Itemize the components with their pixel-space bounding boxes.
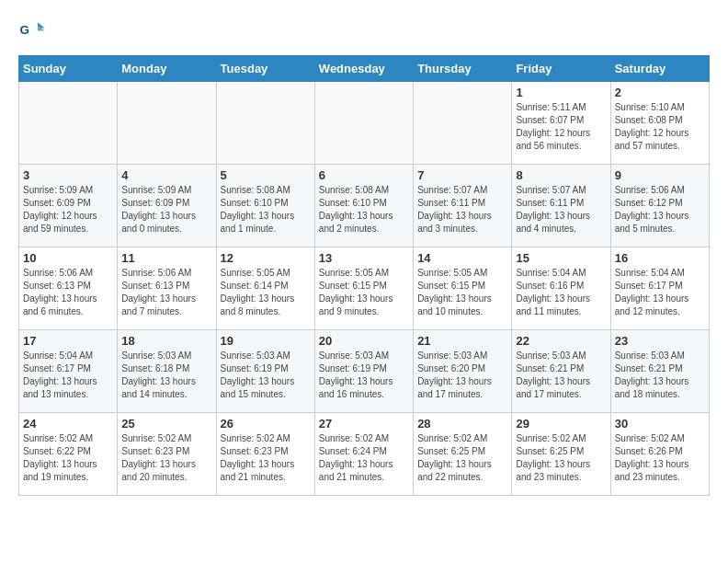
- day-info: Sunrise: 5:09 AM Sunset: 6:09 PM Dayligh…: [121, 184, 211, 236]
- day-cell: 13Sunrise: 5:05 AM Sunset: 6:15 PM Dayli…: [314, 247, 413, 330]
- week-row-2: 10Sunrise: 5:06 AM Sunset: 6:13 PM Dayli…: [19, 247, 710, 330]
- day-cell: 21Sunrise: 5:03 AM Sunset: 6:20 PM Dayli…: [414, 330, 512, 413]
- day-info: Sunrise: 5:09 AM Sunset: 6:09 PM Dayligh…: [23, 184, 113, 236]
- day-cell: 2Sunrise: 5:10 AM Sunset: 6:08 PM Daylig…: [610, 82, 709, 165]
- logo: G: [18, 18, 48, 46]
- logo-icon: G: [18, 18, 46, 46]
- day-info: Sunrise: 5:02 AM Sunset: 6:24 PM Dayligh…: [319, 432, 409, 484]
- day-number: 29: [516, 417, 606, 431]
- week-row-0: 1Sunrise: 5:11 AM Sunset: 6:07 PM Daylig…: [19, 82, 710, 165]
- day-info: Sunrise: 5:06 AM Sunset: 6:13 PM Dayligh…: [121, 267, 211, 318]
- header-tuesday: Tuesday: [216, 56, 314, 82]
- day-info: Sunrise: 5:08 AM Sunset: 6:10 PM Dayligh…: [319, 184, 409, 236]
- day-info: Sunrise: 5:03 AM Sunset: 6:20 PM Dayligh…: [417, 350, 507, 401]
- day-number: 10: [23, 251, 113, 265]
- day-cell: 7Sunrise: 5:07 AM Sunset: 6:11 PM Daylig…: [414, 165, 512, 247]
- calendar-table: SundayMondayTuesdayWednesdayThursdayFrid…: [18, 55, 710, 496]
- day-number: 13: [319, 251, 409, 265]
- header-sunday: Sunday: [19, 56, 118, 82]
- header-monday: Monday: [118, 56, 216, 82]
- day-info: Sunrise: 5:06 AM Sunset: 6:12 PM Dayligh…: [615, 184, 705, 236]
- day-number: 6: [319, 168, 409, 182]
- day-number: 22: [516, 334, 606, 348]
- day-cell: 20Sunrise: 5:03 AM Sunset: 6:19 PM Dayli…: [314, 330, 413, 413]
- day-number: 4: [121, 168, 211, 182]
- day-cell: 17Sunrise: 5:04 AM Sunset: 6:17 PM Dayli…: [19, 330, 118, 413]
- day-cell: 1Sunrise: 5:11 AM Sunset: 6:07 PM Daylig…: [512, 82, 610, 165]
- day-cell: 24Sunrise: 5:02 AM Sunset: 6:22 PM Dayli…: [19, 413, 118, 496]
- day-cell: 27Sunrise: 5:02 AM Sunset: 6:24 PM Dayli…: [314, 413, 413, 496]
- day-info: Sunrise: 5:06 AM Sunset: 6:13 PM Dayligh…: [23, 267, 113, 318]
- header-thursday: Thursday: [414, 56, 512, 82]
- day-info: Sunrise: 5:10 AM Sunset: 6:08 PM Dayligh…: [615, 101, 705, 153]
- day-cell: 11Sunrise: 5:06 AM Sunset: 6:13 PM Dayli…: [118, 247, 216, 330]
- day-info: Sunrise: 5:04 AM Sunset: 6:17 PM Dayligh…: [615, 267, 705, 318]
- day-cell: 10Sunrise: 5:06 AM Sunset: 6:13 PM Dayli…: [19, 247, 118, 330]
- day-number: 5: [221, 168, 311, 182]
- day-info: Sunrise: 5:05 AM Sunset: 6:15 PM Dayligh…: [319, 267, 409, 318]
- day-number: 11: [121, 251, 211, 265]
- day-number: 1: [516, 86, 606, 99]
- day-number: 20: [319, 334, 409, 348]
- week-row-4: 24Sunrise: 5:02 AM Sunset: 6:22 PM Dayli…: [19, 413, 710, 496]
- day-number: 16: [615, 251, 705, 265]
- day-cell: 29Sunrise: 5:02 AM Sunset: 6:25 PM Dayli…: [512, 413, 610, 496]
- day-number: 28: [417, 417, 507, 431]
- day-info: Sunrise: 5:02 AM Sunset: 6:22 PM Dayligh…: [23, 432, 113, 484]
- header-friday: Friday: [512, 56, 610, 82]
- day-cell: 30Sunrise: 5:02 AM Sunset: 6:26 PM Dayli…: [610, 413, 709, 496]
- day-number: 14: [417, 251, 507, 265]
- day-info: Sunrise: 5:05 AM Sunset: 6:15 PM Dayligh…: [417, 267, 507, 318]
- day-cell: 18Sunrise: 5:03 AM Sunset: 6:18 PM Dayli…: [118, 330, 216, 413]
- day-number: 17: [23, 334, 113, 348]
- day-number: 23: [615, 334, 705, 348]
- svg-text:G: G: [20, 23, 30, 37]
- day-info: Sunrise: 5:02 AM Sunset: 6:23 PM Dayligh…: [221, 432, 311, 484]
- day-info: Sunrise: 5:08 AM Sunset: 6:10 PM Dayligh…: [221, 184, 311, 236]
- day-cell: [19, 82, 118, 165]
- day-info: Sunrise: 5:07 AM Sunset: 6:11 PM Dayligh…: [417, 184, 507, 236]
- calendar-body: 1Sunrise: 5:11 AM Sunset: 6:07 PM Daylig…: [19, 82, 710, 496]
- header-wednesday: Wednesday: [314, 56, 413, 82]
- header-saturday: Saturday: [610, 56, 709, 82]
- day-cell: 19Sunrise: 5:03 AM Sunset: 6:19 PM Dayli…: [216, 330, 314, 413]
- week-row-3: 17Sunrise: 5:04 AM Sunset: 6:17 PM Dayli…: [19, 330, 710, 413]
- day-cell: 14Sunrise: 5:05 AM Sunset: 6:15 PM Dayli…: [414, 247, 512, 330]
- day-info: Sunrise: 5:07 AM Sunset: 6:11 PM Dayligh…: [516, 184, 606, 236]
- day-cell: 26Sunrise: 5:02 AM Sunset: 6:23 PM Dayli…: [216, 413, 314, 496]
- day-cell: 3Sunrise: 5:09 AM Sunset: 6:09 PM Daylig…: [19, 165, 118, 247]
- calendar-header: SundayMondayTuesdayWednesdayThursdayFrid…: [19, 56, 710, 82]
- day-info: Sunrise: 5:03 AM Sunset: 6:19 PM Dayligh…: [221, 350, 311, 401]
- day-cell: 15Sunrise: 5:04 AM Sunset: 6:16 PM Dayli…: [512, 247, 610, 330]
- day-number: 3: [23, 168, 113, 182]
- day-cell: [414, 82, 512, 165]
- day-cell: 8Sunrise: 5:07 AM Sunset: 6:11 PM Daylig…: [512, 165, 610, 247]
- header-row: SundayMondayTuesdayWednesdayThursdayFrid…: [19, 56, 710, 82]
- day-cell: 12Sunrise: 5:05 AM Sunset: 6:14 PM Dayli…: [216, 247, 314, 330]
- day-cell: 28Sunrise: 5:02 AM Sunset: 6:25 PM Dayli…: [414, 413, 512, 496]
- day-number: 26: [221, 417, 311, 431]
- day-number: 7: [417, 168, 507, 182]
- day-info: Sunrise: 5:05 AM Sunset: 6:14 PM Dayligh…: [221, 267, 311, 318]
- day-number: 15: [516, 251, 606, 265]
- day-number: 19: [221, 334, 311, 348]
- day-cell: 6Sunrise: 5:08 AM Sunset: 6:10 PM Daylig…: [314, 165, 413, 247]
- day-cell: 5Sunrise: 5:08 AM Sunset: 6:10 PM Daylig…: [216, 165, 314, 247]
- day-info: Sunrise: 5:04 AM Sunset: 6:17 PM Dayligh…: [23, 350, 113, 401]
- day-cell: 23Sunrise: 5:03 AM Sunset: 6:21 PM Dayli…: [610, 330, 709, 413]
- week-row-1: 3Sunrise: 5:09 AM Sunset: 6:09 PM Daylig…: [19, 165, 710, 247]
- page-header: G: [18, 18, 710, 46]
- day-number: 25: [121, 417, 211, 431]
- day-number: 8: [516, 168, 606, 182]
- day-info: Sunrise: 5:02 AM Sunset: 6:26 PM Dayligh…: [615, 432, 705, 484]
- day-number: 27: [319, 417, 409, 431]
- day-number: 30: [615, 417, 705, 431]
- day-cell: 9Sunrise: 5:06 AM Sunset: 6:12 PM Daylig…: [610, 165, 709, 247]
- day-cell: [314, 82, 413, 165]
- day-info: Sunrise: 5:04 AM Sunset: 6:16 PM Dayligh…: [516, 267, 606, 318]
- day-cell: [118, 82, 216, 165]
- day-info: Sunrise: 5:03 AM Sunset: 6:19 PM Dayligh…: [319, 350, 409, 401]
- day-info: Sunrise: 5:03 AM Sunset: 6:18 PM Dayligh…: [121, 350, 211, 401]
- day-info: Sunrise: 5:02 AM Sunset: 6:25 PM Dayligh…: [516, 432, 606, 484]
- day-number: 12: [221, 251, 311, 265]
